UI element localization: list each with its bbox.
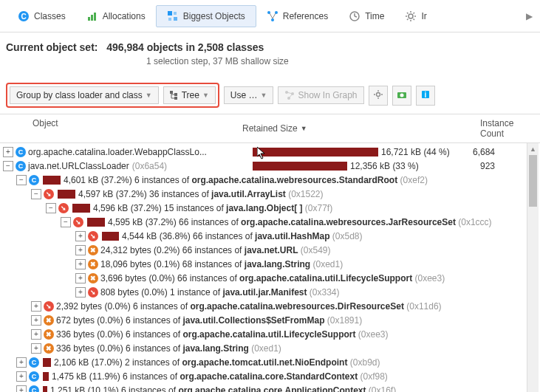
collapse-toggle[interactable]: − (61, 217, 71, 227)
expand-toggle[interactable]: + (16, 385, 27, 393)
scroll-up-arrow[interactable]: ▲ (527, 143, 539, 155)
tree-row[interactable]: + C org.apache.catalina.loader.WebappCla… (0, 145, 540, 159)
object-address: (0xf98) (360, 371, 388, 382)
tab-biggest-objects[interactable]: Biggest Objects (156, 5, 256, 27)
svg-rect-4 (94, 13, 96, 21)
vertical-scrollbar[interactable]: ▲ (527, 143, 539, 392)
highlighted-controls: Group by class loader and class ▼ Tree ▼ (6, 83, 219, 108)
tree-row[interactable]: + ➘ 808 bytes (0.0%) 1 instance of java.… (0, 285, 540, 299)
class-name: java.lang.String (245, 259, 310, 269)
row-prefix: 4,544 kB (36.8%) 66 instances of (122, 231, 255, 241)
column-instance-count[interactable]: Instance Count (458, 114, 540, 142)
expand-toggle[interactable]: + (75, 273, 86, 283)
class-icon: C (29, 371, 39, 382)
column-retained-size[interactable]: Retained Size ▼ (236, 114, 458, 142)
group-by-dropdown[interactable]: Group by class loader and class ▼ (10, 86, 159, 104)
tab-allocations[interactable]: Allocations (76, 6, 156, 27)
tree-row[interactable]: + ➘ 2,392 bytes (0.0%) 6 instances of or… (0, 299, 540, 313)
info-icon: i (420, 89, 431, 102)
svg-rect-3 (91, 15, 93, 21)
svg-text:C: C (21, 13, 26, 21)
retained-bar (43, 386, 47, 393)
tree-row[interactable]: + ✖ 24,312 bytes (0.2%) 66 instances of … (0, 243, 540, 257)
class-name: org.apache.catalina.core.ApplicationCont… (178, 385, 366, 393)
svg-rect-7 (168, 18, 171, 21)
show-in-graph-button[interactable]: Show In Graph (278, 86, 363, 104)
tree-dropdown[interactable]: Tree ▼ (163, 86, 216, 104)
object-address: (0xed1) (313, 259, 344, 269)
tree-row[interactable]: + C 1,475 kB (11.9%) 6 instances of org.… (0, 369, 540, 383)
tree-row[interactable]: + C 1,251 kB (10.1%) 6 instances of org.… (0, 383, 540, 392)
tree-row[interactable]: − ➘ 4,595 kB (37.2%) 66 instances of org… (0, 215, 540, 229)
tab-incoming[interactable]: Ir (394, 6, 429, 27)
tree-row[interactable]: + ✖ 3,696 bytes (0.0%) 66 instances of o… (0, 271, 540, 285)
column-object[interactable]: Object (0, 114, 236, 142)
settings-button[interactable] (369, 86, 388, 106)
tab-time[interactable]: Time (338, 6, 394, 27)
retained-bar (253, 162, 347, 171)
tree-row[interactable]: + ✖ 672 bytes (0.0%) 6 instances of java… (0, 313, 540, 327)
tab-references[interactable]: References (256, 6, 338, 27)
row-prefix: 1,251 kB (10.1%) 6 instances of (50, 385, 178, 393)
expand-toggle[interactable]: + (75, 259, 86, 269)
tabs-overflow-arrow[interactable]: ▶ (526, 11, 533, 21)
object-address: (0x1891) (327, 315, 362, 326)
tree-row[interactable]: − C 4,601 kB (37.2%) 6 instances of org.… (0, 173, 540, 187)
expand-toggle[interactable]: + (31, 315, 41, 326)
tab-label: References (283, 11, 328, 21)
expand-toggle[interactable]: + (31, 301, 41, 312)
object-address: (0xed1) (251, 343, 281, 354)
object-icon: ✖ (44, 343, 54, 354)
collapse-toggle[interactable]: − (46, 203, 56, 213)
expand-toggle[interactable]: + (75, 231, 86, 241)
class-icon: C (29, 357, 39, 368)
svg-line-12 (270, 13, 273, 18)
use-dropdown[interactable]: Use … ▼ (224, 86, 274, 104)
row-prefix: 4,595 kB (37.2%) 66 instances of (108, 217, 241, 227)
svg-point-37 (376, 92, 380, 96)
classes-icon: C (18, 10, 30, 22)
expand-toggle[interactable]: + (3, 147, 13, 157)
object-address: (0xef2) (400, 175, 428, 185)
svg-line-13 (273, 13, 276, 18)
row-prefix: 3,696 bytes (0.0%) 66 instances of (100, 273, 239, 283)
svg-rect-8 (174, 17, 177, 21)
expand-toggle[interactable]: + (16, 371, 27, 382)
info-button[interactable]: i (416, 86, 435, 106)
object-address: (0x16f) (369, 385, 396, 393)
tree-row[interactable]: + ✖ 336 bytes (0.0%) 6 instances of org.… (0, 327, 540, 341)
expand-toggle[interactable]: + (16, 357, 27, 368)
collapse-toggle[interactable]: − (3, 161, 13, 171)
svg-marker-46 (257, 147, 264, 159)
svg-rect-26 (170, 91, 173, 94)
expand-toggle[interactable]: + (31, 329, 41, 340)
row-prefix: 2,106 kB (17.0%) 2 instances of (54, 357, 182, 368)
clock-icon (349, 10, 360, 22)
expand-toggle[interactable]: + (75, 287, 86, 298)
expand-toggle[interactable]: + (31, 343, 41, 354)
collapse-toggle[interactable]: − (31, 189, 41, 199)
tree-row[interactable]: + ➘ 4,544 kB (36.8%) 66 instances of jav… (0, 229, 540, 243)
scroll-thumb[interactable] (529, 155, 537, 207)
tree-row[interactable]: + C 2,106 kB (17.0%) 2 instances of org.… (0, 355, 540, 369)
retained-bar (43, 358, 51, 367)
tree-row[interactable]: − ➘ 4,597 kB (37.2%) 36 instances of jav… (0, 187, 540, 201)
expand-toggle[interactable]: + (75, 245, 86, 255)
class-name: java.net.URL (245, 245, 298, 255)
instance-count: 6,684 (458, 147, 495, 157)
collapse-toggle[interactable]: − (16, 175, 27, 185)
object-address: (0x1ccc) (458, 217, 491, 227)
tree-label: Tree (182, 90, 199, 100)
object-icon: ✖ (88, 273, 98, 283)
class-name: org.apache.catalina.webresources.Standar… (191, 175, 397, 185)
tree-row[interactable]: + ✖ 336 bytes (0.0%) 6 instances of java… (0, 341, 540, 355)
retained-bar (102, 232, 119, 241)
tab-label: Time (365, 11, 384, 21)
tree-row[interactable]: − ➘ 4,596 kB (37.2%) 15 instances of jav… (0, 201, 540, 215)
svg-line-25 (414, 13, 415, 14)
tab-classes[interactable]: C Classes (7, 6, 76, 27)
object-address: (0xb9d) (350, 357, 380, 368)
tree-row[interactable]: + ✖ 18,096 bytes (0.1%) 68 instances of … (0, 257, 540, 271)
export-button[interactable] (392, 86, 411, 106)
tree-row[interactable]: − C java.net.URLClassLoader (0x6a54) 12,… (0, 159, 540, 173)
